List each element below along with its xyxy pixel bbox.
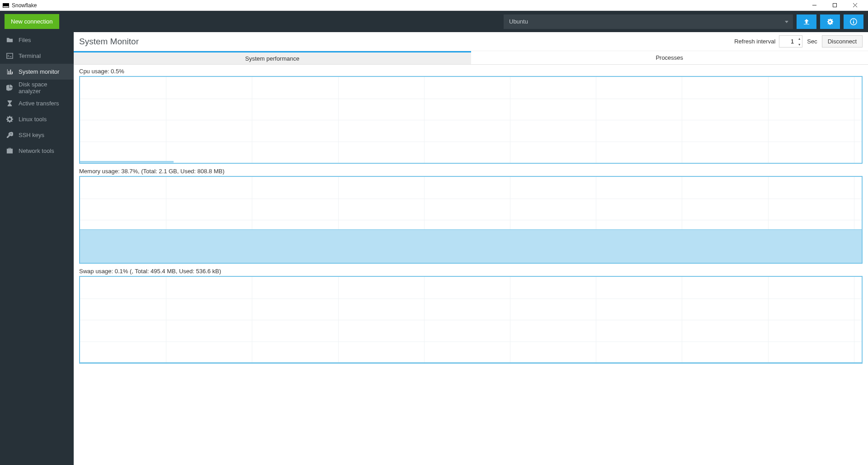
main-header: System Monitor Refresh interval ▲ ▼ Sec …: [74, 32, 868, 51]
refresh-interval-input[interactable]: [779, 36, 797, 47]
sidebar-item-active-transfers[interactable]: Active transfers: [0, 95, 74, 111]
briefcase-icon: [6, 147, 13, 154]
gears-icon: [826, 18, 834, 25]
cpu-usage-label: Cpu usage: 0.5%: [79, 68, 863, 75]
sidebar-item-ssh-keys[interactable]: SSH keys: [0, 127, 74, 143]
sec-label: Sec: [807, 38, 817, 45]
sidebar-item-label: Files: [19, 37, 31, 43]
key-icon: [6, 132, 13, 138]
gear-icon: [6, 116, 13, 123]
swap-usage-label: Swap usage: 0.1% (, Total: 495.4 MB, Use…: [79, 268, 863, 275]
app-icon: [3, 3, 9, 8]
sidebar-item-system-monitor[interactable]: System monitor: [0, 64, 74, 80]
upload-button[interactable]: [797, 14, 816, 29]
info-button[interactable]: [844, 14, 863, 29]
close-button[interactable]: [845, 0, 865, 11]
folder-icon: [6, 37, 13, 43]
terminal-icon: [6, 52, 13, 59]
sidebar-item-linux-tools[interactable]: Linux tools: [0, 111, 74, 127]
window-titlebar: Snowflake: [0, 0, 868, 11]
main-area: System Monitor Refresh interval ▲ ▼ Sec …: [74, 32, 868, 465]
spinner-down-button[interactable]: ▼: [797, 42, 802, 47]
chart-icon: [6, 68, 13, 75]
new-connection-button[interactable]: New connection: [5, 14, 59, 29]
sidebar: Files Terminal System monitor Disk space…: [0, 32, 74, 465]
hourglass-icon: [6, 100, 13, 107]
sidebar-item-files[interactable]: Files: [0, 32, 74, 48]
tabs: System performance Processes: [74, 51, 868, 65]
sidebar-item-label: Network tools: [19, 147, 54, 154]
memory-usage-chart: [79, 176, 863, 264]
disconnect-button[interactable]: Disconnect: [822, 35, 863, 47]
tab-processes[interactable]: Processes: [471, 51, 868, 64]
spinner-up-button[interactable]: ▲: [797, 36, 802, 42]
svg-rect-1: [833, 4, 837, 7]
refresh-interval-spinner[interactable]: ▲ ▼: [779, 35, 802, 47]
sidebar-item-label: Active transfers: [19, 100, 59, 107]
window-title: Snowflake: [12, 2, 37, 9]
sidebar-item-label: System monitor: [19, 68, 59, 75]
sidebar-item-disk-analyzer[interactable]: Disk space analyzer: [0, 80, 74, 95]
connection-dropdown-value: Ubuntu: [509, 18, 528, 25]
settings-button[interactable]: [820, 14, 840, 29]
sidebar-item-label: Linux tools: [19, 116, 47, 123]
connection-dropdown[interactable]: Ubuntu: [504, 14, 793, 29]
minimize-button[interactable]: [804, 0, 825, 11]
sidebar-item-label: Terminal: [19, 52, 41, 59]
content-area: Cpu usage: 0.5% Memory usage: 38.7%, (To…: [74, 65, 868, 465]
swap-usage-chart: [79, 276, 863, 364]
topbar: New connection Ubuntu: [0, 11, 868, 32]
refresh-interval-label: Refresh interval: [734, 38, 775, 45]
pie-icon: [6, 84, 13, 91]
sidebar-item-terminal[interactable]: Terminal: [0, 48, 74, 64]
memory-usage-label: Memory usage: 38.7%, (Total: 2.1 GB, Use…: [79, 168, 863, 175]
cpu-usage-chart: [79, 76, 863, 164]
info-icon: [850, 18, 857, 25]
page-title: System Monitor: [79, 37, 139, 47]
tab-system-performance[interactable]: System performance: [74, 51, 471, 64]
sidebar-item-label: SSH keys: [19, 132, 44, 138]
maximize-button[interactable]: [825, 0, 845, 11]
svg-rect-6: [853, 21, 854, 24]
sidebar-item-network-tools[interactable]: Network tools: [0, 143, 74, 159]
svg-point-5: [853, 19, 854, 20]
upload-icon: [803, 18, 810, 25]
svg-rect-7: [7, 53, 13, 58]
sidebar-item-label: Disk space analyzer: [19, 81, 67, 95]
